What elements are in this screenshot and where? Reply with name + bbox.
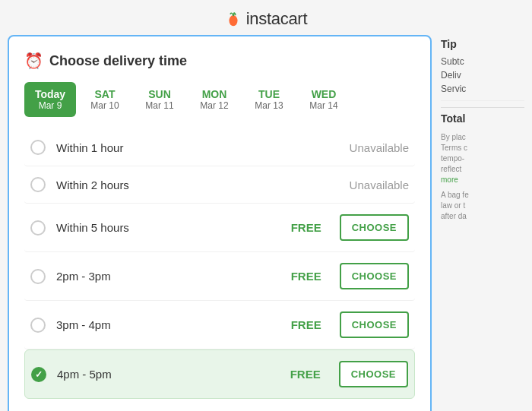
more-link[interactable]: more xyxy=(441,175,458,184)
time-slot-2-3pm: 2pm - 3pm FREE CHOOSE xyxy=(24,252,415,301)
day-name-tue: TUE xyxy=(258,88,280,100)
choose-button-3-4pm[interactable]: CHOOSE xyxy=(340,311,409,338)
slot-price-5hr: FREE xyxy=(291,221,329,234)
sidebar-row-subtotal: Subtc xyxy=(441,56,524,67)
day-date-today: Mar 9 xyxy=(39,100,62,111)
sidebar-note-2: A bag felaw or tafter da xyxy=(441,190,524,222)
more-times-button[interactable]: More times ⌄ xyxy=(24,399,415,411)
day-tab-mon[interactable]: MON Mar 12 xyxy=(188,82,240,117)
slot-label-1hr: Within 1 hour xyxy=(56,141,339,154)
sidebar: Tip Subtc Deliv Servic Total By placTerm… xyxy=(441,35,524,411)
header: instacart xyxy=(225,0,307,35)
day-name-wed: WED xyxy=(312,88,337,100)
sidebar-tip-label: Tip xyxy=(441,38,524,50)
day-name-mon: MON xyxy=(202,88,227,100)
time-slot-1hr: Within 1 hour Unavailable xyxy=(24,129,415,166)
day-tab-wed[interactable]: WED Mar 14 xyxy=(298,82,350,117)
slot-label-2-3pm: 2pm - 3pm xyxy=(56,270,280,283)
slot-label-5hr: Within 5 hours xyxy=(56,221,280,234)
instacart-logo: instacart xyxy=(225,9,307,29)
day-date-sun: Mar 11 xyxy=(145,100,173,111)
day-date-mon: Mar 12 xyxy=(200,100,228,111)
time-slot-3-4pm: 3pm - 4pm FREE CHOOSE xyxy=(24,301,415,349)
day-tabs: Today Mar 9 SAT Mar 10 SUN Mar 11 MON Ma… xyxy=(24,82,415,117)
logo-text: instacart xyxy=(246,9,307,29)
slot-price-1hr: Unavailable xyxy=(350,141,409,154)
choose-button-5hr[interactable]: CHOOSE xyxy=(340,214,409,241)
clock-icon: ⏰ xyxy=(24,52,43,70)
radio-4-5pm[interactable] xyxy=(31,367,46,382)
carrot-icon xyxy=(225,11,242,27)
slot-price-2-3pm: FREE xyxy=(291,270,329,283)
day-name-today: Today xyxy=(35,88,65,100)
slot-label-4-5pm: 4pm - 5pm xyxy=(57,368,280,381)
svg-point-0 xyxy=(229,15,237,26)
day-tab-sun[interactable]: SUN Mar 11 xyxy=(134,82,185,117)
delivery-card: ⏰ Choose delivery time Today Mar 9 SAT M… xyxy=(8,35,432,411)
choose-button-2-3pm[interactable]: CHOOSE xyxy=(340,263,409,289)
slot-price-4-5pm: FREE xyxy=(290,368,328,381)
sidebar-total: Total xyxy=(441,107,524,125)
day-date-tue: Mar 13 xyxy=(255,100,283,111)
time-slot-5hr: Within 5 hours FREE CHOOSE xyxy=(24,204,415,252)
radio-1hr[interactable] xyxy=(30,140,46,155)
day-name-sun: SUN xyxy=(148,88,171,100)
day-date-sat: Mar 10 xyxy=(90,100,119,111)
time-slot-4-5pm: 4pm - 5pm FREE CHOOSE xyxy=(24,349,415,399)
choose-button-4-5pm[interactable]: CHOOSE xyxy=(339,361,408,387)
sidebar-row-service: Servic xyxy=(441,84,524,94)
sidebar-note-1: By placTerms ctempo-reflect more xyxy=(441,132,524,185)
slot-label-3-4pm: 3pm - 4pm xyxy=(56,318,280,331)
slot-label-2hr: Within 2 hours xyxy=(56,179,339,191)
sidebar-row-delivery: Deliv xyxy=(441,70,524,81)
main-layout: ⏰ Choose delivery time Today Mar 9 SAT M… xyxy=(0,35,532,411)
sidebar-divider xyxy=(441,100,524,101)
time-slot-2hr: Within 2 hours Unavailable xyxy=(24,166,415,204)
card-title: Choose delivery time xyxy=(49,53,187,69)
radio-3-4pm[interactable] xyxy=(30,318,46,333)
slot-price-2hr: Unavailable xyxy=(350,179,409,191)
day-tab-sat[interactable]: SAT Mar 10 xyxy=(79,82,131,117)
day-date-wed: Mar 14 xyxy=(309,100,337,111)
time-slots: Within 1 hour Unavailable Within 2 hours… xyxy=(24,129,415,399)
card-title-row: ⏰ Choose delivery time xyxy=(24,52,415,70)
slot-price-3-4pm: FREE xyxy=(291,318,329,331)
day-tab-today[interactable]: Today Mar 9 xyxy=(24,82,76,117)
day-tab-tue[interactable]: TUE Mar 13 xyxy=(243,82,295,117)
radio-5hr[interactable] xyxy=(30,220,46,236)
day-name-sat: SAT xyxy=(95,88,116,100)
radio-2hr[interactable] xyxy=(30,177,46,192)
radio-2-3pm[interactable] xyxy=(30,269,46,284)
